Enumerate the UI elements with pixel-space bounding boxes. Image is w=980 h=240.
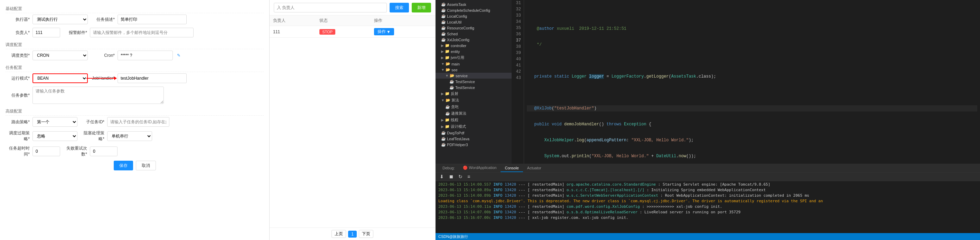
java-icon: ☕ [441, 20, 446, 24]
tree-item-label: service [456, 74, 468, 78]
java-icon: ☕ [441, 142, 446, 147]
task-timeout-label: 任务超时时间* [6, 146, 30, 157]
current-page[interactable]: 1 [348, 230, 357, 238]
tree-item-label: Sched [447, 32, 458, 36]
cancel-button[interactable]: 取消 [136, 161, 156, 170]
console-stop-button[interactable]: ⏹ [447, 173, 455, 180]
tree-item-label: controller [451, 44, 466, 48]
status-bar: CSDN@旅旅旅行 [436, 233, 980, 240]
tree-item-pdf-helper[interactable]: ☕ PDFHelper3 [436, 142, 512, 147]
task-param-row: 任务参数* [6, 86, 264, 104]
tree-item-label: 贪吃 [451, 104, 459, 109]
run-mode-row: 运行模式* BEAN JobHandler* [6, 74, 264, 83]
prev-page-button[interactable]: 上页 [331, 230, 346, 238]
code-lines[interactable]: @author xuxueli 2019-12-11 21:52:51 */ p… [524, 0, 980, 164]
console-tabs: Debug: 🔴 WordApplication Console Actuato… [436, 164, 980, 173]
child-task-input[interactable] [107, 117, 169, 127]
java-icon: ☕ [441, 136, 446, 141]
block-strategy-select[interactable]: 单机串行 [107, 131, 152, 141]
tab-app[interactable]: 🔴 WordApplication [459, 164, 501, 172]
retry-count-input[interactable] [90, 147, 118, 156]
tree-item-local-util[interactable]: ☕ LocalUtil [436, 19, 512, 25]
right-ide-panel: ☕ AssetsTask ☕ CompleteScheduleConfig ☕ … [436, 0, 980, 240]
tree-item-label: LeafTestJava [447, 137, 469, 141]
left-config-panel: 基础配置 执行器* 测试执行行 任务描述* 负责人* 报警邮件* 调度配置 调度… [0, 0, 270, 240]
expand-icon: ▼ [445, 74, 449, 78]
line-num-41: 41 [514, 62, 521, 69]
search-input[interactable] [274, 3, 387, 13]
bottom-console: Debug: 🔴 WordApplication Console Actuato… [436, 164, 980, 233]
cron-edit-icon[interactable]: ✎ [177, 53, 180, 58]
tree-item-sched[interactable]: ☕ Sched [436, 31, 512, 37]
table-header-row: 负责人 状态 操作 [270, 16, 435, 26]
folder-icon: 📁 [445, 118, 450, 122]
tab-console[interactable]: Console [501, 165, 523, 172]
tree-item-dwg-to-pdf[interactable]: ☕ DwgToPdf [436, 130, 512, 136]
task-timeout-input[interactable] [32, 147, 60, 156]
tab-actuator[interactable]: Actuator [523, 165, 546, 172]
task-param-textarea[interactable] [32, 86, 164, 104]
next-page-button[interactable]: 下页 [359, 230, 373, 238]
task-desc-input[interactable] [118, 14, 187, 24]
java-icon: ☕ [441, 32, 446, 36]
tree-item-assets-task[interactable]: ☕ AssetsTask [436, 2, 512, 7]
executor-select[interactable]: 测试执行行 [32, 14, 88, 24]
cron-input[interactable] [118, 51, 173, 60]
tree-item-design-pattern[interactable]: ▶ 📁 设计模式 [436, 123, 512, 130]
new-button[interactable]: 新增 [412, 3, 431, 13]
email-input[interactable] [90, 28, 194, 37]
console-scroll-button[interactable]: ≡ [466, 173, 471, 180]
line-num-35: 35 [514, 25, 521, 31]
line-num-37: 37 [514, 37, 521, 44]
cell-operation: 操作 ▼ [371, 26, 435, 38]
tree-item-controller[interactable]: ▶ 📁 controller [436, 43, 512, 48]
java-icon: ☕ [445, 105, 450, 109]
tree-item-main[interactable]: ▼ 📂 main [436, 61, 512, 67]
log-line-6: 2023-06-13 15:16:07.00c INFO 13420 --- [… [438, 215, 977, 221]
line-num-31: 31 [514, 0, 521, 6]
tree-item-thread[interactable]: ▶ 📁 线程 [436, 117, 512, 123]
job-handler-input[interactable] [118, 74, 187, 83]
code-line-37: @XxlJob("testJobHandler") [527, 105, 977, 112]
tree-item-label: jvm引用 [451, 55, 464, 60]
schedule-type-select[interactable]: CRON [32, 51, 88, 60]
line-num-43: 43 [514, 75, 521, 81]
executor-row: 执行器* 测试执行行 任务描述* [6, 14, 264, 24]
save-button[interactable]: 保存 [114, 161, 133, 170]
collapse-icon: ▶ [441, 125, 444, 128]
java-icon: ☕ [441, 37, 446, 42]
route-select[interactable]: 第一个 [32, 117, 78, 127]
tree-item-local-config[interactable]: ☕ LocalConfig [436, 13, 512, 19]
tree-item-leaf-test[interactable]: ☕ LeafTestJava [436, 136, 512, 142]
tree-item-xxl-job-config[interactable]: ☕ XxlJobConfig [436, 37, 512, 43]
tree-item-reflect[interactable]: ▶ 📁 反射 [436, 90, 512, 97]
run-mode-select[interactable]: BEAN [32, 74, 88, 83]
block-strategy-label: 阻塞处理策略* [80, 130, 104, 142]
tree-item-jvm[interactable]: ▶ 📁 jvm引用 [436, 54, 512, 61]
folder-icon: 📁 [445, 49, 450, 54]
folder-icon: 📂 [450, 74, 455, 78]
tree-item-snake[interactable]: ☕ 贪吃 [436, 104, 512, 110]
tree-item-resource-config[interactable]: ☕ ResourceConfig [436, 25, 512, 31]
operation-button[interactable]: 操作 ▼ [374, 28, 394, 35]
tree-item-label: 设计模式 [451, 124, 466, 129]
tree-item-complete-schedule[interactable]: ☕ CompleteScheduleConfig [436, 7, 512, 13]
tree-item-algorithm[interactable]: ▼ 📂 算法 [436, 97, 512, 104]
folder-icon: 📁 [445, 124, 450, 129]
assignee-input[interactable] [32, 28, 60, 37]
tree-item-service[interactable]: ▼ 📂 service [436, 73, 512, 78]
tab-debugger[interactable]: Debug: [438, 165, 459, 172]
console-clear-button[interactable]: ⬇ [438, 173, 445, 180]
tree-item-see[interactable]: ▼ 📂 see [436, 67, 512, 73]
tree-item-entity[interactable]: ▶ 📁 entity [436, 48, 512, 54]
child-task-label: 子任务ID* [80, 119, 104, 125]
tree-item-test-service-1[interactable]: ☕ TestService [436, 78, 512, 85]
search-button[interactable]: 搜索 [390, 3, 409, 13]
code-line-36 [527, 90, 977, 96]
console-content: 2023-06-13 15:14:00.557 INFO 13420 --- [… [436, 181, 980, 233]
tree-item-test-service-2[interactable]: ☕ TestService [436, 85, 512, 90]
tree-item-dp[interactable]: ☕ 递推算法 [436, 110, 512, 117]
console-restart-button[interactable]: ↻ [457, 173, 464, 180]
timeout-select[interactable]: 忽略 [32, 131, 78, 141]
task-timeout-row: 任务超时时间* 失败重试次数* [6, 146, 264, 157]
